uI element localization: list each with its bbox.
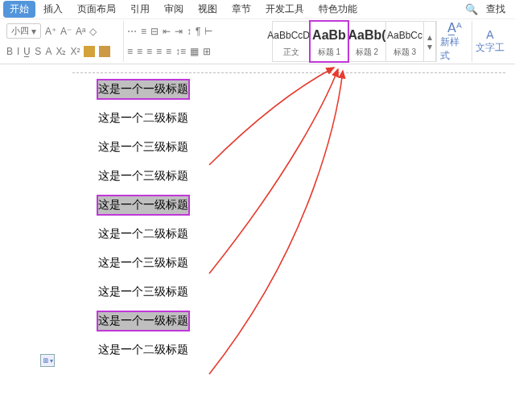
text-line: 这是一个一级标题: [80, 196, 426, 225]
strike-icon[interactable]: S: [35, 47, 41, 56]
document-page[interactable]: 这是一个一级标题 这是一个二级标题 这是一个三级标题 这是一个三级标题 这是一个…: [80, 80, 426, 370]
italic-icon[interactable]: I: [17, 47, 19, 56]
tab-dev-tools[interactable]: 开发工具: [259, 1, 311, 18]
style-heading-3[interactable]: AaBbCc 标题 3: [385, 21, 424, 62]
change-case-icon[interactable]: Aª: [76, 27, 85, 36]
tab-special[interactable]: 特色功能: [312, 1, 364, 18]
tab-stops-icon[interactable]: ⊢: [204, 27, 212, 36]
chevron-up-icon: ▴: [427, 32, 432, 42]
tab-review[interactable]: 审阅: [158, 1, 190, 18]
text-tool-label: 文字工: [476, 41, 505, 55]
text-line: 这是一个一级标题: [80, 80, 426, 109]
text-line: 这是一个一级标题: [80, 312, 426, 341]
align-left-icon[interactable]: ≡: [127, 47, 133, 56]
grow-font-icon[interactable]: A⁺: [45, 27, 56, 36]
heading-1-text[interactable]: 这是一个一级标题: [98, 312, 188, 330]
shrink-font-icon[interactable]: A⁻: [60, 27, 72, 36]
font-color-icon[interactable]: A: [45, 47, 52, 56]
ruler: [72, 72, 505, 73]
nav-thumbnail-icon[interactable]: 🗎▾: [40, 354, 55, 367]
new-style-label: 新样式: [440, 35, 468, 63]
distribute-icon[interactable]: ≡: [166, 47, 171, 56]
text-line[interactable]: 这是一个二级标题: [98, 341, 426, 359]
text-line[interactable]: 这是一个二级标题: [98, 109, 426, 127]
line-spacing-icon[interactable]: ↕≡: [175, 47, 186, 56]
borders-icon[interactable]: ⊞: [203, 47, 211, 56]
subscript-icon[interactable]: X₂: [56, 47, 66, 56]
font-group: 小四▾ A⁺ A⁻ Aª ◇ B I U̲ S A X₂ X²: [3, 21, 124, 62]
style-heading-1[interactable]: AaBb 标题 1: [310, 21, 348, 62]
search-label[interactable]: 查找: [480, 1, 512, 18]
tab-view[interactable]: 视图: [192, 1, 224, 18]
font-size-select[interactable]: 小四▾: [6, 23, 41, 39]
style-preview: AaBbCcDd: [267, 24, 315, 47]
styles-group: AaBbCcDd 正文 AaBb 标题 1 AaBb( 标题 2 AaBbCc …: [273, 21, 437, 62]
show-marks-icon[interactable]: ¶: [196, 27, 200, 36]
shading-icon[interactable]: ▦: [190, 47, 199, 56]
chevron-down-icon: ▾: [427, 42, 432, 51]
style-label: 标题 2: [356, 47, 378, 60]
text-tool-button[interactable]: A 文字工: [472, 21, 508, 62]
underline-icon[interactable]: U̲: [23, 47, 31, 56]
numbering-icon[interactable]: ≡: [141, 27, 146, 36]
highlight-color-icon[interactable]: [84, 46, 95, 57]
chevron-down-icon: ▾: [31, 27, 36, 36]
tab-references[interactable]: 引用: [124, 1, 156, 18]
search-icon[interactable]: 🔍: [465, 3, 478, 15]
new-style-button[interactable]: A̲ᴬ 新样式: [437, 21, 472, 62]
style-label: 标题 1: [318, 47, 340, 60]
tab-insert[interactable]: 插入: [37, 1, 69, 18]
tab-page-layout[interactable]: 页面布局: [71, 1, 122, 18]
clear-format-icon[interactable]: ◇: [89, 27, 97, 36]
sort-icon[interactable]: ↕: [187, 27, 192, 36]
bullets-icon[interactable]: ⋯: [127, 27, 137, 36]
indent-right-icon[interactable]: ⇥: [175, 27, 183, 36]
multilevel-icon[interactable]: ⊟: [150, 27, 159, 36]
style-preview: AaBb: [312, 24, 346, 47]
menu-bar: 开始 插入 页面布局 引用 审阅 视图 章节 开发工具 特色功能 🔍 查找: [0, 0, 515, 19]
text-color-icon[interactable]: [99, 46, 110, 57]
text-tool-icon: A: [486, 28, 493, 41]
superscript-icon[interactable]: X²: [70, 47, 80, 56]
bold-icon[interactable]: B: [6, 47, 13, 56]
text-line[interactable]: 这是一个三级标题: [98, 167, 426, 185]
tab-section[interactable]: 章节: [225, 1, 258, 18]
style-preview: AaBbCc: [387, 24, 422, 47]
paragraph-group: ⋯ ≡ ⊟ ⇤ ⇥ ↕ ¶ ⊢ ≡ ≡ ≡ ≡ ≡ ↕≡ ▦ ⊞: [124, 21, 273, 62]
style-body[interactable]: AaBbCcDd 正文: [272, 21, 311, 62]
indent-left-icon[interactable]: ⇤: [163, 27, 171, 36]
styles-scroll[interactable]: ▴ ▾: [423, 21, 436, 62]
tab-start[interactable]: 开始: [3, 1, 35, 18]
ribbon: 小四▾ A⁺ A⁻ Aª ◇ B I U̲ S A X₂ X² ⋯ ≡ ⊟ ⇤ …: [0, 19, 515, 64]
style-label: 正文: [283, 47, 299, 60]
heading-1-text[interactable]: 这是一个一级标题: [98, 80, 188, 98]
text-line[interactable]: 这是一个二级标题: [98, 225, 426, 243]
align-right-icon[interactable]: ≡: [146, 47, 152, 56]
style-heading-2[interactable]: AaBb( 标题 2: [348, 21, 386, 62]
text-line[interactable]: 这是一个三级标题: [98, 283, 426, 301]
heading-1-text[interactable]: 这是一个一级标题: [98, 196, 188, 214]
justify-icon[interactable]: ≡: [156, 47, 162, 56]
text-line[interactable]: 这是一个三级标题: [98, 254, 426, 272]
new-style-icon: A̲ᴬ: [447, 20, 462, 35]
style-label: 标题 3: [393, 47, 416, 60]
align-center-icon[interactable]: ≡: [137, 47, 142, 56]
text-line[interactable]: 这是一个三级标题: [98, 138, 426, 156]
style-preview: AaBb(: [348, 24, 385, 47]
